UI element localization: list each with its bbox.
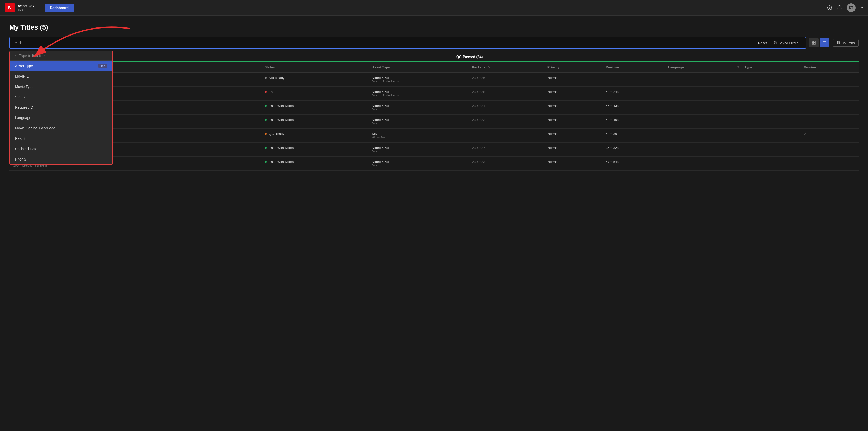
- cell-language-2: -: [664, 100, 733, 115]
- cell-version-3: -: [800, 115, 859, 128]
- filter-search-row: [10, 51, 113, 61]
- cell-status-5: Pass With Notes: [260, 143, 368, 156]
- dropdown-item-movie-original-language[interactable]: Movie Original Language: [10, 123, 113, 133]
- cell-subtype-4: -: [733, 128, 800, 143]
- cell-runtime-1: 43m 24s: [602, 87, 664, 100]
- dropdown-item-updated-date[interactable]: Updated Date: [10, 144, 113, 154]
- cell-version-1: -: [800, 87, 859, 100]
- svg-rect-6: [812, 43, 814, 44]
- cell-subtype-0: -: [733, 73, 800, 87]
- assets-table: Title Status Asset Type Package ID Prior…: [9, 62, 859, 171]
- cell-status-2: Pass With Notes: [260, 100, 368, 115]
- filter-bar[interactable]: + Reset Saved Filters: [9, 36, 806, 49]
- main-content: My Titles (5) + Reset Saved Filters: [0, 16, 868, 171]
- avatar[interactable]: DT: [847, 3, 856, 12]
- cell-language-1: -: [664, 87, 733, 100]
- col-version: Version: [800, 62, 859, 73]
- list-view-button[interactable]: [820, 38, 829, 48]
- dropdown-item-priority[interactable]: Priority: [10, 154, 113, 165]
- svg-rect-7: [814, 43, 815, 44]
- app-title-block: Asset QC TEST: [18, 4, 34, 11]
- table-row[interactable]: Th... 20.. · ... Pass With Notes Video &…: [9, 100, 859, 115]
- cell-language-6: -: [664, 156, 733, 171]
- cell-subtype-5: -: [733, 143, 800, 156]
- cell-runtime-3: 43m 46s: [602, 115, 664, 128]
- dropdown-item-asset-type[interactable]: Asset TypeTab: [10, 61, 113, 71]
- dropdown-item-request-id[interactable]: Request ID: [10, 102, 113, 113]
- svg-point-0: [829, 7, 831, 8]
- cell-package-0: 2309326: [468, 73, 543, 87]
- cell-asset-0: Video & Audio Video + Audio Atmos: [368, 73, 468, 87]
- cell-package-4: -: [468, 128, 543, 143]
- cell-priority-3: Normal: [543, 115, 602, 128]
- cell-status-3: Pass With Notes: [260, 115, 368, 128]
- dropdown-item-movie-type[interactable]: Movie Type: [10, 81, 113, 92]
- cell-asset-2: Video & Audio Video: [368, 100, 468, 115]
- cell-runtime-2: 45m 43s: [602, 100, 664, 115]
- avatar-caret-icon[interactable]: ▾: [861, 6, 863, 9]
- cell-subtype-2: -: [733, 100, 800, 115]
- tabs-row: Fix Notes (10) QC Failed (5) QC Passed (…: [9, 52, 859, 62]
- cell-status-4: QC Ready: [260, 128, 368, 143]
- svg-rect-5: [814, 41, 815, 42]
- col-package-id: Package ID: [468, 62, 543, 73]
- settings-button[interactable]: [827, 5, 832, 10]
- grid-view-button[interactable]: [809, 38, 818, 48]
- cell-version-0: -: [800, 73, 859, 87]
- cell-package-3: 2309322: [468, 115, 543, 128]
- cell-asset-4: M&E Atmos M&E: [368, 128, 468, 143]
- table-header: Title Status Asset Type Package ID Prior…: [9, 62, 859, 73]
- cell-package-2: 2309321: [468, 100, 543, 115]
- col-status: Status: [260, 62, 368, 73]
- header-right: DT ▾: [827, 3, 863, 12]
- dropdown-item-status[interactable]: Status: [10, 92, 113, 102]
- app-title: Asset QC: [18, 4, 34, 8]
- table-wrap: Title Status Asset Type Package ID Prior…: [9, 62, 859, 171]
- netflix-logo: N: [5, 3, 14, 12]
- cell-subtype-3: -: [733, 115, 800, 128]
- cell-runtime-0: -: [602, 73, 664, 87]
- col-language: Language: [664, 62, 733, 73]
- table-row[interactable]: The Helicopter Heist: Limited Series: "E…: [9, 156, 859, 171]
- dropdown-item-movie-id[interactable]: Movie ID: [10, 71, 113, 81]
- app-env: TEST: [18, 8, 34, 11]
- reset-button[interactable]: Reset: [755, 41, 770, 45]
- cell-language-5: -: [664, 143, 733, 156]
- cell-status-0: Not Ready: [260, 73, 368, 87]
- filter-bar-row: + Reset Saved Filters: [9, 36, 859, 49]
- filter-search-input[interactable]: [19, 54, 109, 58]
- cell-version-2: -: [800, 100, 859, 115]
- dropdown-item-language[interactable]: Language: [10, 113, 113, 123]
- cell-subtype-1: -: [733, 87, 800, 100]
- filter-icon: [14, 40, 18, 46]
- table-row[interactable]: Th... 20.. · ... Not Ready Video & Audio…: [9, 73, 859, 87]
- cell-package-5: 2309327: [468, 143, 543, 156]
- table-row[interactable]: Th... 20.. · ... Pass With Notes Video &…: [9, 115, 859, 128]
- cell-priority-4: Normal: [543, 128, 602, 143]
- header-divider: [39, 3, 39, 12]
- filter-dropdown: Asset TypeTabMovie IDMovie TypeStatusReq…: [9, 51, 113, 165]
- columns-button[interactable]: Columns: [833, 39, 859, 47]
- table-row[interactable]: Th... 20.. · ... QC Ready M&E Atmos M&E …: [9, 128, 859, 143]
- cell-language-3: -: [664, 115, 733, 128]
- cell-package-6: 2309323: [468, 156, 543, 171]
- cell-runtime-5: 36m 32s: [602, 143, 664, 156]
- tab-qc-passed[interactable]: QC Passed (84): [80, 52, 859, 62]
- dropdown-items-list: Asset TypeTabMovie IDMovie TypeStatusReq…: [10, 61, 113, 165]
- svg-rect-4: [812, 41, 814, 42]
- cell-priority-5: Normal: [543, 143, 602, 156]
- filter-bar-wrapper: + Reset Saved Filters: [9, 36, 859, 49]
- dashboard-button[interactable]: Dashboard: [44, 4, 74, 12]
- cell-asset-3: Video & Audio Video: [368, 115, 468, 128]
- cell-priority-1: Normal: [543, 87, 602, 100]
- cell-version-6: -: [800, 156, 859, 171]
- table-row[interactable]: Th... 20.. · ... Pass With Notes Video &…: [9, 143, 859, 156]
- dropdown-item-result[interactable]: Result: [10, 133, 113, 144]
- cell-runtime-4: 40m 3s: [602, 128, 664, 143]
- notifications-button[interactable]: [837, 5, 842, 10]
- cell-package-1: 2309328: [468, 87, 543, 100]
- add-filter-icon[interactable]: +: [19, 40, 22, 46]
- table-row[interactable]: Th... 20.. · ... Fail Video & Audio Vide…: [9, 87, 859, 100]
- saved-filters-button[interactable]: Saved Filters: [770, 41, 801, 45]
- table-body: Th... 20.. · ... Not Ready Video & Audio…: [9, 73, 859, 171]
